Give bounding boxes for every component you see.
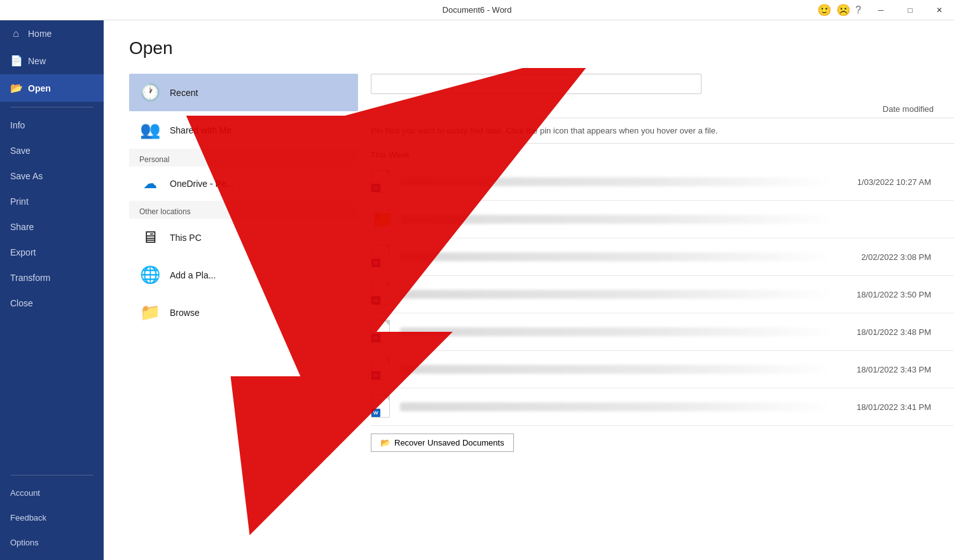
table-row[interactable]: W 18/01/2022 3:41 PM <box>371 388 954 426</box>
sidebar-divider-2 <box>10 475 93 475</box>
sidebar-new-label: New <box>28 56 46 66</box>
sidebar-item-print[interactable]: Print <box>0 189 104 214</box>
recover-folder-icon: 📂 <box>380 438 391 447</box>
sidebar-item-home[interactable]: ⌂ Home <box>0 20 104 47</box>
sidebar-item-saveas[interactable]: Save As <box>0 163 104 189</box>
other-section-label: Other locations <box>129 201 358 219</box>
table-row[interactable]: W 18/01/2022 3:50 PM <box>371 276 954 313</box>
file-name-blurred <box>400 215 833 224</box>
open-icon: 📂 <box>10 82 22 94</box>
sidebar-item-info[interactable]: Info <box>0 113 104 138</box>
file-date: 2/02/2022 3:08 PM <box>840 252 954 262</box>
location-panel: 🕐 Recent 👥 Shared with Me Personal ☁ One… <box>129 74 358 560</box>
sidebar-save-label: Save <box>10 146 31 156</box>
shared-label: Shared with Me <box>170 125 232 135</box>
folder-icon: 📁 <box>371 207 394 231</box>
browse-icon: 📁 <box>139 303 161 322</box>
window-title: Document6 - Word <box>443 5 512 15</box>
sidebar-item-transform[interactable]: Transform <box>0 265 104 290</box>
personal-section-label: Personal <box>129 149 358 167</box>
sidebar-item-options[interactable]: Options <box>0 530 104 555</box>
main-content-wrapper: Open 🕐 Recent 👥 Shared with Me Personal … <box>104 20 954 560</box>
recent-icon: 🕐 <box>139 83 161 102</box>
sidebar-print-label: Print <box>10 196 29 207</box>
sidebar-feedback-label: Feedback <box>10 513 46 522</box>
recover-btn-row: 📂 Recover Unsaved Documents <box>371 426 954 460</box>
search-input[interactable] <box>371 74 702 94</box>
file-date: 18/01/2022 3:48 PM <box>840 327 954 337</box>
file-icon: W <box>371 357 394 381</box>
thispc-label: This PC <box>170 233 202 243</box>
file-icon: W <box>371 282 394 306</box>
file-icon: W <box>371 320 394 344</box>
location-thispc[interactable]: 🖥 This PC <box>129 219 358 256</box>
file-icon: W <box>371 395 394 419</box>
sidebar-share-label: Share <box>10 222 34 232</box>
location-onedrive[interactable]: ☁ OneDrive - Pe... <box>129 167 358 201</box>
sidebar-item-new[interactable]: 📄 New <box>0 47 104 74</box>
table-row[interactable]: W 18/01/2022 3:48 PM <box>371 313 954 351</box>
addplace-icon: 🌐 <box>139 265 161 285</box>
file-rows: W 1/03/2022 10:27 AM 📁 <box>371 163 954 560</box>
file-date: 18/01/2022 3:41 PM <box>840 402 954 412</box>
sidebar-item-share[interactable]: Share <box>0 214 104 240</box>
table-row[interactable]: W 1/03/2022 10:27 AM <box>371 163 954 201</box>
addplace-label: Add a Pla... <box>170 270 216 280</box>
content-body: 🕐 Recent 👥 Shared with Me Personal ☁ One… <box>129 74 954 560</box>
app-body: ⌂ Home 📄 New 📂 Open Info Save Save As <box>0 20 954 560</box>
onedrive-label: OneDrive - Pe... <box>170 179 233 189</box>
file-panel: Date modified Pin files you want to easi… <box>358 74 954 560</box>
table-row[interactable]: W 18/01/2022 3:43 PM <box>371 351 954 388</box>
file-date: 18/01/2022 3:50 PM <box>840 290 954 299</box>
thispc-icon: 🖥 <box>139 228 161 247</box>
titlebar-icons: 🙂 ☹️ ? <box>817 0 866 20</box>
sidebar-item-open[interactable]: 📂 Open <box>0 74 104 102</box>
location-recent[interactable]: 🕐 Recent <box>129 74 358 111</box>
file-name-blurred <box>400 327 833 336</box>
home-icon: ⌂ <box>10 28 22 39</box>
sidebar-item-account[interactable]: Account <box>0 481 104 505</box>
shared-icon: 👥 <box>139 120 161 140</box>
titlebar: Document6 - Word 🙂 ☹️ ? ─ □ ✕ <box>0 0 954 20</box>
recent-label: Recent <box>170 88 198 98</box>
sidebar-close-label: Close <box>10 298 33 308</box>
new-icon: 📄 <box>10 55 22 67</box>
this-week-label: This Week <box>371 144 954 163</box>
sidebar-info-label: Info <box>10 120 25 130</box>
sidebar-bottom: Account Feedback Options <box>0 470 104 560</box>
pin-notice: Pin files you want to easily find later.… <box>371 118 954 144</box>
file-name-blurred <box>400 365 833 374</box>
titlebar-controls: ─ □ ✕ <box>866 0 954 20</box>
close-button[interactable]: ✕ <box>925 0 954 20</box>
file-date: 1/03/2022 10:27 AM <box>840 177 954 187</box>
file-name-blurred <box>400 402 833 411</box>
page-title: Open <box>129 38 954 58</box>
sidebar-options-label: Options <box>10 538 39 547</box>
sidebar-saveas-label: Save As <box>10 171 43 181</box>
recover-unsaved-button[interactable]: 📂 Recover Unsaved Documents <box>371 434 514 452</box>
location-browse[interactable]: 📁 Browse <box>129 294 358 331</box>
onedrive-icon: ☁ <box>139 175 161 192</box>
location-shared[interactable]: 👥 Shared with Me <box>129 111 358 149</box>
sidebar-item-save[interactable]: Save <box>0 138 104 163</box>
file-date: 18/01/2022 3:43 PM <box>840 365 954 374</box>
sidebar-item-export[interactable]: Export <box>0 240 104 265</box>
sidebar-divider-1 <box>10 107 93 107</box>
table-row[interactable]: 📁 <box>371 201 954 238</box>
table-row[interactable]: W 2/02/2022 3:08 PM <box>371 238 954 276</box>
sidebar-open-label: Open <box>28 83 51 93</box>
file-list-header: Date modified <box>371 104 954 118</box>
sidebar: ⌂ Home 📄 New 📂 Open Info Save Save As <box>0 20 104 560</box>
sidebar-item-feedback[interactable]: Feedback <box>0 505 104 530</box>
sidebar-transform-label: Transform <box>10 273 50 283</box>
sidebar-item-close[interactable]: Close <box>0 290 104 316</box>
minimize-button[interactable]: ─ <box>866 0 895 20</box>
file-icon: W <box>371 245 394 269</box>
location-addplace[interactable]: 🌐 Add a Pla... <box>129 256 358 294</box>
file-icon: W <box>371 170 394 194</box>
recover-btn-label: Recover Unsaved Documents <box>394 438 504 447</box>
maximize-button[interactable]: □ <box>895 0 925 20</box>
date-modified-header: Date modified <box>883 104 934 114</box>
sidebar-top: ⌂ Home 📄 New 📂 Open Info Save Save As <box>0 20 104 470</box>
sidebar-home-label: Home <box>28 29 52 39</box>
